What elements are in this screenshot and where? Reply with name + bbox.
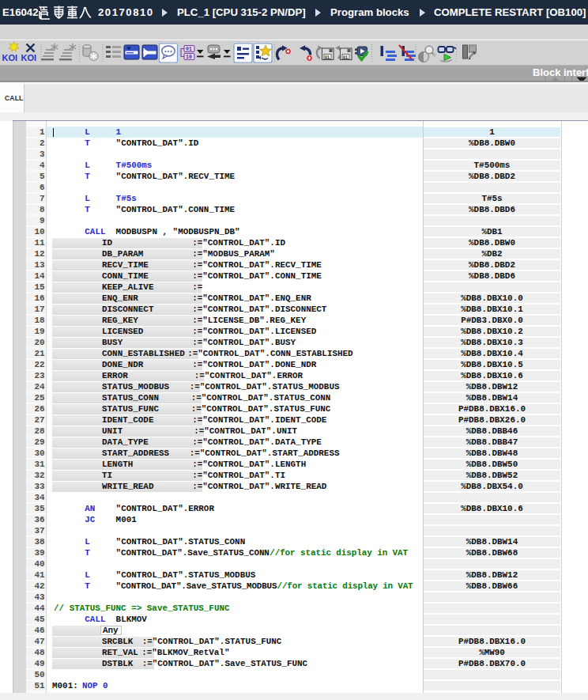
svg-text:01: 01 <box>325 55 330 59</box>
svg-text:KOI: KOI <box>2 53 18 62</box>
svg-text:10: 10 <box>186 55 192 60</box>
svg-text:KOI: KOI <box>21 53 37 62</box>
svg-text:01: 01 <box>186 47 192 52</box>
svg-text:01: 01 <box>343 55 348 59</box>
